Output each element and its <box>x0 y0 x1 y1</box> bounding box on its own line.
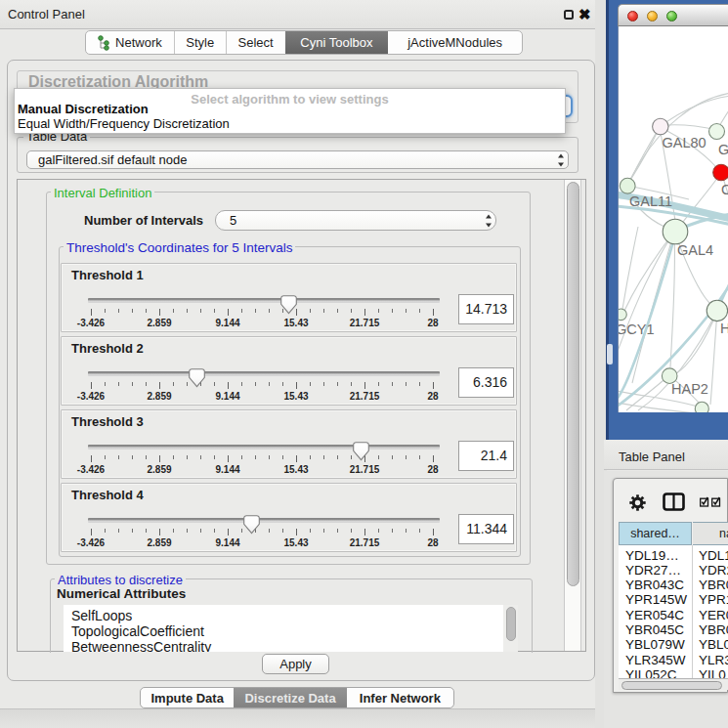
svg-text:HAP2: HAP2 <box>671 381 708 397</box>
svg-text:GAL11: GAL11 <box>629 193 672 209</box>
svg-text:GAL80: GAL80 <box>663 135 707 150</box>
svg-text:G.: G. <box>718 142 728 157</box>
svg-text:GCY1: GCY1 <box>619 321 655 337</box>
svg-text:GAL4: GAL4 <box>677 242 713 258</box>
svg-text:C: C <box>721 182 728 197</box>
svg-text:H: H <box>720 321 728 336</box>
